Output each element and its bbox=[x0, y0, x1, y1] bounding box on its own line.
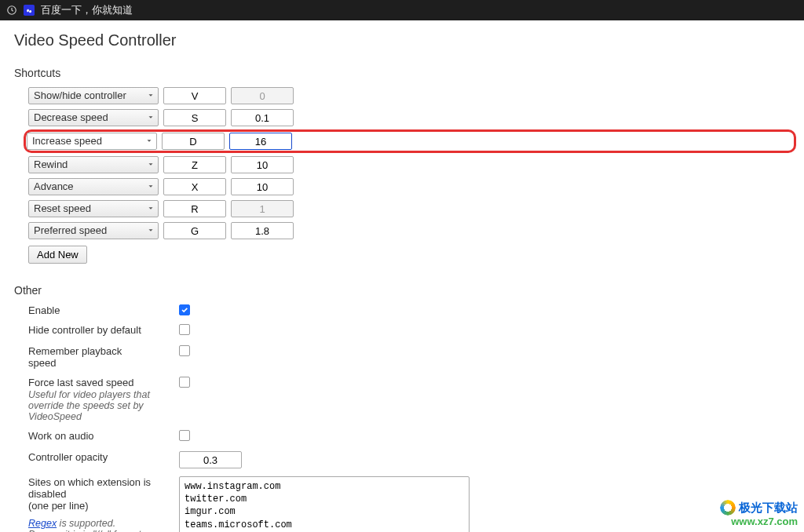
shortcuts-block: Show/hide controllerDecrease speedIncrea… bbox=[14, 87, 790, 264]
other-heading: Other bbox=[14, 284, 790, 297]
shortcut-action-select[interactable]: Decrease speed bbox=[28, 109, 159, 126]
shortcut-value-input bbox=[231, 200, 294, 217]
work-on-audio-label: Work on audio bbox=[14, 430, 152, 442]
work-on-audio-checkbox[interactable] bbox=[179, 430, 190, 441]
hide-default-checkbox[interactable] bbox=[179, 324, 190, 335]
svg-rect-1 bbox=[24, 5, 35, 16]
remember-speed-label: Remember playback speed bbox=[14, 345, 152, 369]
shortcut-key-input[interactable] bbox=[163, 222, 226, 239]
watermark: 极光下载站 www.xz7.com bbox=[720, 500, 798, 527]
watermark-url: www.xz7.com bbox=[720, 516, 798, 527]
chevron-down-icon bbox=[147, 159, 155, 171]
enable-checkbox[interactable] bbox=[179, 304, 190, 315]
blacklist-label: Sites on which extension is disabled (on… bbox=[14, 476, 152, 532]
shortcut-row: Preferred speed bbox=[28, 222, 790, 239]
enable-label: Enable bbox=[14, 304, 152, 316]
shortcut-value-input[interactable] bbox=[231, 178, 294, 195]
shortcut-action-select[interactable]: Reset speed bbox=[28, 200, 159, 217]
controller-opacity-label: Controller opacity bbox=[14, 451, 152, 463]
shortcut-key-input[interactable] bbox=[163, 200, 226, 217]
shortcut-key-input[interactable] bbox=[163, 109, 226, 126]
controller-opacity-input[interactable] bbox=[179, 451, 242, 468]
shortcut-value-input[interactable] bbox=[231, 222, 294, 239]
page-title: Video Speed Controller bbox=[14, 31, 790, 49]
chevron-down-icon bbox=[147, 225, 155, 237]
baidu-favicon-icon bbox=[24, 5, 35, 16]
shortcut-row: Increase speed bbox=[25, 131, 795, 151]
shortcut-row: Decrease speed bbox=[28, 109, 790, 126]
remember-speed-checkbox[interactable] bbox=[179, 345, 190, 356]
chevron-down-icon bbox=[147, 90, 155, 102]
shortcuts-heading: Shortcuts bbox=[14, 67, 790, 79]
shortcut-action-select[interactable]: Advance bbox=[28, 178, 159, 195]
shortcut-row: Advance bbox=[28, 178, 790, 195]
regex-link[interactable]: Regex bbox=[28, 518, 57, 529]
shortcut-action-select[interactable]: Increase speed bbox=[27, 133, 157, 150]
shortcut-action-select[interactable]: Rewind bbox=[28, 156, 159, 173]
shortcut-row: Show/hide controller bbox=[28, 87, 790, 104]
chevron-down-icon bbox=[147, 112, 155, 124]
shortcut-value-input[interactable] bbox=[231, 109, 294, 126]
shortcut-value-input bbox=[231, 87, 294, 104]
watermark-site-name: 极光下载站 bbox=[739, 501, 798, 516]
history-icon[interactable] bbox=[6, 5, 17, 16]
browser-tab-bar: 百度一下，你就知道 bbox=[0, 0, 804, 20]
browser-tab-title[interactable]: 百度一下，你就知道 bbox=[41, 3, 133, 17]
shortcut-key-input[interactable] bbox=[163, 178, 226, 195]
shortcut-value-input[interactable] bbox=[229, 133, 292, 150]
watermark-swirl-icon bbox=[720, 500, 736, 516]
shortcut-row: Rewind bbox=[28, 156, 790, 173]
chevron-down-icon bbox=[145, 136, 153, 148]
chevron-down-icon bbox=[147, 181, 155, 193]
shortcut-row: Reset speed bbox=[28, 200, 790, 217]
regex-hint-2: Be sure it is in "//g" format. bbox=[28, 529, 144, 532]
shortcut-action-select[interactable]: Preferred speed bbox=[28, 222, 159, 239]
force-saved-checkbox[interactable] bbox=[179, 377, 190, 388]
blacklist-hint-1: (one per line) bbox=[28, 500, 89, 512]
force-saved-label: Force last saved speed Useful for video … bbox=[14, 377, 152, 422]
shortcut-value-input[interactable] bbox=[231, 156, 294, 173]
shortcut-action-select[interactable]: Show/hide controller bbox=[28, 87, 159, 104]
force-saved-hint: Useful for video players that override t… bbox=[28, 389, 152, 422]
blacklist-textarea[interactable] bbox=[179, 476, 470, 532]
chevron-down-icon bbox=[147, 203, 155, 215]
add-new-button[interactable]: Add New bbox=[28, 246, 87, 264]
shortcut-key-input[interactable] bbox=[163, 156, 226, 173]
hide-default-label: Hide controller by default bbox=[14, 324, 152, 336]
shortcut-key-input[interactable] bbox=[162, 133, 225, 150]
shortcut-key-input[interactable] bbox=[163, 87, 226, 104]
